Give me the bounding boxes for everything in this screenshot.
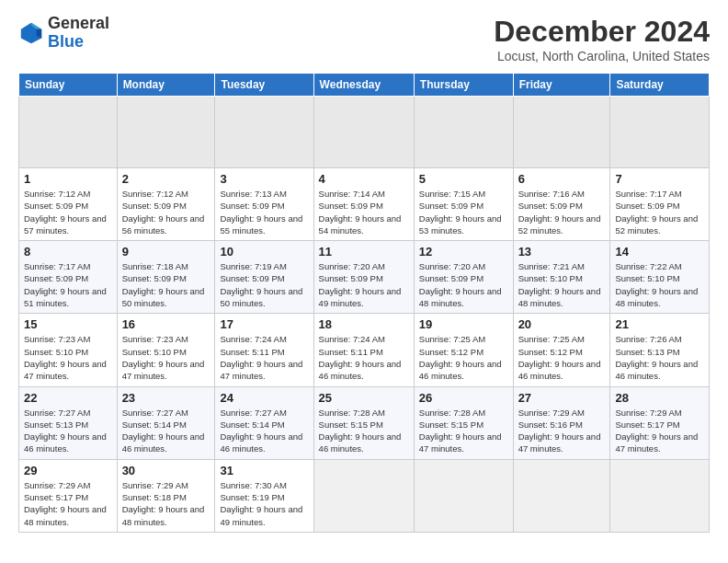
day-number: 26 (419, 391, 508, 405)
logo-text: General Blue (48, 15, 109, 52)
day-number: 21 (615, 317, 704, 331)
table-row (610, 97, 710, 168)
col-sunday: Sunday (19, 74, 118, 97)
day-number: 6 (518, 172, 606, 186)
day-info: Sunrise: 7:27 AMSunset: 5:14 PMDaylight:… (220, 408, 302, 454)
table-row (117, 97, 215, 168)
header: General Blue December 2024 Locust, North… (18, 15, 710, 63)
day-number: 14 (615, 245, 704, 259)
day-number: 7 (615, 172, 704, 186)
calendar-week-row (19, 97, 710, 168)
table-row: 2 Sunrise: 7:12 AMSunset: 5:09 PMDayligh… (117, 168, 215, 241)
day-number: 12 (419, 245, 508, 259)
table-row: 5 Sunrise: 7:15 AMSunset: 5:09 PMDayligh… (414, 168, 513, 241)
table-row: 7 Sunrise: 7:17 AMSunset: 5:09 PMDayligh… (610, 168, 710, 241)
day-number: 18 (319, 317, 409, 331)
calendar-table: Sunday Monday Tuesday Wednesday Thursday… (18, 73, 710, 533)
table-row: 20 Sunrise: 7:25 AMSunset: 5:12 PMDaylig… (513, 314, 610, 386)
table-row: 9 Sunrise: 7:18 AMSunset: 5:09 PMDayligh… (117, 241, 215, 314)
logo: General Blue (18, 15, 109, 52)
col-monday: Monday (117, 74, 215, 97)
day-number: 19 (419, 317, 508, 331)
table-row: 31 Sunrise: 7:30 AMSunset: 5:19 PMDaylig… (215, 459, 313, 532)
table-row: 26 Sunrise: 7:28 AMSunset: 5:15 PMDaylig… (414, 386, 513, 459)
day-info: Sunrise: 7:16 AMSunset: 5:09 PMDaylight:… (518, 189, 601, 236)
table-row: 24 Sunrise: 7:27 AMSunset: 5:14 PMDaylig… (215, 386, 313, 459)
table-row: 17 Sunrise: 7:24 AMSunset: 5:11 PMDaylig… (215, 314, 313, 386)
day-info: Sunrise: 7:23 AMSunset: 5:10 PMDaylight:… (24, 334, 107, 381)
logo-general: General (48, 15, 109, 33)
day-info: Sunrise: 7:20 AMSunset: 5:09 PMDaylight:… (319, 261, 402, 308)
table-row (414, 459, 513, 532)
table-row: 6 Sunrise: 7:16 AMSunset: 5:09 PMDayligh… (513, 168, 610, 241)
day-number: 15 (24, 317, 112, 331)
calendar-week-row: 15 Sunrise: 7:23 AMSunset: 5:10 PMDaylig… (19, 314, 710, 386)
day-info: Sunrise: 7:26 AMSunset: 5:13 PMDaylight:… (615, 334, 698, 381)
day-number: 22 (24, 391, 112, 405)
table-row: 10 Sunrise: 7:19 AMSunset: 5:09 PMDaylig… (215, 241, 313, 314)
day-number: 25 (319, 391, 409, 405)
day-info: Sunrise: 7:24 AMSunset: 5:11 PMDaylight:… (319, 334, 402, 381)
logo-icon (18, 20, 44, 46)
day-info: Sunrise: 7:21 AMSunset: 5:10 PMDaylight:… (518, 261, 601, 308)
table-row: 12 Sunrise: 7:20 AMSunset: 5:09 PMDaylig… (414, 241, 513, 314)
month-title: December 2024 (494, 15, 710, 49)
day-info: Sunrise: 7:19 AMSunset: 5:09 PMDaylight:… (220, 261, 302, 308)
day-info: Sunrise: 7:27 AMSunset: 5:13 PMDaylight:… (24, 408, 107, 454)
table-row (313, 459, 414, 532)
table-row (414, 97, 513, 168)
table-row: 18 Sunrise: 7:24 AMSunset: 5:11 PMDaylig… (313, 314, 414, 386)
day-info: Sunrise: 7:17 AMSunset: 5:09 PMDaylight:… (615, 189, 698, 236)
day-number: 11 (319, 245, 409, 259)
col-friday: Friday (513, 74, 610, 97)
day-number: 28 (615, 391, 704, 405)
day-number: 31 (220, 464, 308, 477)
table-row (215, 97, 313, 168)
day-number: 30 (122, 464, 210, 477)
day-number: 23 (122, 391, 210, 405)
col-thursday: Thursday (414, 74, 513, 97)
table-row: 16 Sunrise: 7:23 AMSunset: 5:10 PMDaylig… (117, 314, 215, 386)
table-row (513, 97, 610, 168)
table-row (513, 459, 610, 532)
table-row: 30 Sunrise: 7:29 AMSunset: 5:18 PMDaylig… (117, 459, 215, 532)
col-tuesday: Tuesday (215, 74, 313, 97)
calendar-week-row: 1 Sunrise: 7:12 AMSunset: 5:09 PMDayligh… (19, 168, 710, 241)
day-info: Sunrise: 7:25 AMSunset: 5:12 PMDaylight:… (518, 334, 601, 381)
table-row: 8 Sunrise: 7:17 AMSunset: 5:09 PMDayligh… (19, 241, 118, 314)
day-info: Sunrise: 7:29 AMSunset: 5:17 PMDaylight:… (615, 408, 698, 454)
day-info: Sunrise: 7:25 AMSunset: 5:12 PMDaylight:… (419, 334, 502, 381)
day-info: Sunrise: 7:30 AMSunset: 5:19 PMDaylight:… (220, 480, 302, 527)
day-info: Sunrise: 7:22 AMSunset: 5:10 PMDaylight:… (615, 261, 698, 308)
calendar-week-row: 8 Sunrise: 7:17 AMSunset: 5:09 PMDayligh… (19, 241, 710, 314)
day-number: 3 (220, 172, 308, 186)
day-info: Sunrise: 7:29 AMSunset: 5:18 PMDaylight:… (122, 480, 205, 527)
table-row: 14 Sunrise: 7:22 AMSunset: 5:10 PMDaylig… (610, 241, 710, 314)
day-number: 17 (220, 317, 308, 331)
day-number: 29 (24, 464, 112, 477)
day-info: Sunrise: 7:28 AMSunset: 5:15 PMDaylight:… (319, 408, 402, 454)
page: General Blue December 2024 Locust, North… (0, 0, 728, 542)
logo-blue: Blue (48, 33, 109, 52)
calendar-week-row: 22 Sunrise: 7:27 AMSunset: 5:13 PMDaylig… (19, 386, 710, 459)
table-row: 11 Sunrise: 7:20 AMSunset: 5:09 PMDaylig… (313, 241, 414, 314)
table-row: 15 Sunrise: 7:23 AMSunset: 5:10 PMDaylig… (19, 314, 118, 386)
table-row (610, 459, 710, 532)
day-info: Sunrise: 7:20 AMSunset: 5:09 PMDaylight:… (419, 261, 502, 308)
title-block: December 2024 Locust, North Carolina, Un… (494, 15, 710, 63)
table-row: 3 Sunrise: 7:13 AMSunset: 5:09 PMDayligh… (215, 168, 313, 241)
table-row: 27 Sunrise: 7:29 AMSunset: 5:16 PMDaylig… (513, 386, 610, 459)
day-number: 2 (122, 172, 210, 186)
day-info: Sunrise: 7:12 AMSunset: 5:09 PMDaylight:… (24, 189, 107, 236)
table-row (19, 97, 118, 168)
day-info: Sunrise: 7:29 AMSunset: 5:17 PMDaylight:… (24, 480, 107, 527)
day-number: 13 (518, 245, 606, 259)
location: Locust, North Carolina, United States (494, 49, 710, 63)
table-row: 1 Sunrise: 7:12 AMSunset: 5:09 PMDayligh… (19, 168, 118, 241)
day-info: Sunrise: 7:29 AMSunset: 5:16 PMDaylight:… (518, 408, 601, 454)
col-wednesday: Wednesday (313, 74, 414, 97)
table-row: 29 Sunrise: 7:29 AMSunset: 5:17 PMDaylig… (19, 459, 118, 532)
day-info: Sunrise: 7:28 AMSunset: 5:15 PMDaylight:… (419, 408, 502, 454)
day-info: Sunrise: 7:14 AMSunset: 5:09 PMDaylight:… (319, 189, 402, 236)
day-number: 16 (122, 317, 210, 331)
